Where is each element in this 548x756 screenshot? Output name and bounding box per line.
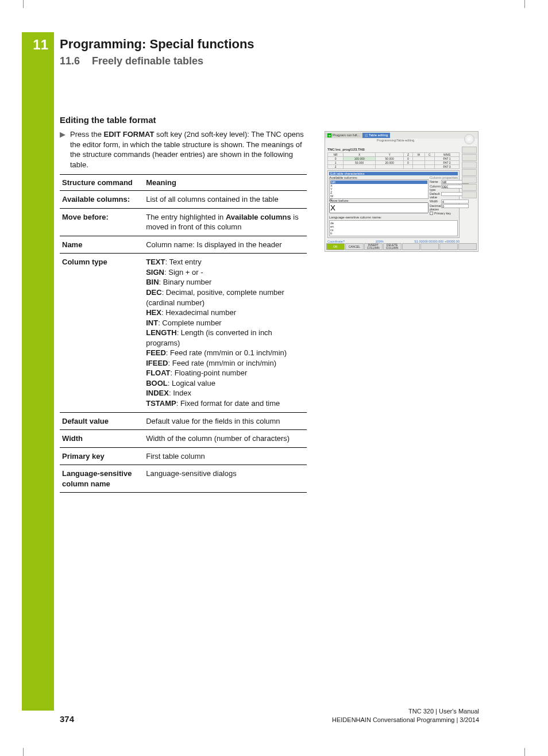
table-row: Language-sensitive column name Language-… [60,465,307,493]
sidebar-button[interactable] [462,191,477,198]
softkey-empty[interactable] [439,243,458,250]
table-icon: ☷ [365,133,368,137]
chapter-title: Programming: Special functions [60,37,496,52]
sidebar-button[interactable] [462,147,477,153]
mode-tab-program-run[interactable]: ➔ Program run full... [325,133,362,138]
lang-name-label: Language-sensitive column name: [329,216,458,219]
tnc-logo-icon [464,134,474,144]
arrow-icon: ▶ [60,129,65,170]
softkey-empty[interactable] [402,243,420,250]
softkey-delete-column[interactable]: DELETE COLUMN [383,243,402,250]
edit-form: Edit table characteristics Available col… [327,170,460,238]
table-row: Primary key First table column [60,447,307,465]
mode-tab-table-editing[interactable]: ☷ Table editing [362,133,391,138]
table-row: Default value Default value for the fiel… [60,412,307,430]
softkey-ok[interactable]: OK [326,243,345,250]
softkey-row: OK CANCEL INSERT COLUMN DELETE COLUMN [326,243,477,250]
softkey-empty[interactable] [420,243,439,250]
column-type-list: TEXT: Text entry SIGN: Sign + or - BIN: … [144,254,307,412]
right-sidebar [462,147,477,240]
breadcrumb: Programming\Table editing [377,139,414,142]
th-structure-command: Structure command [60,175,144,191]
softkey-insert-column[interactable]: INSERT COLUMN [364,243,383,250]
data-table[interactable]: NRXYZWCWMS 0100.00050.0000PAT 1 150.0002… [327,152,460,169]
move-before-input[interactable] [329,202,429,213]
th-meaning: Meaning [144,175,307,191]
arrow-right-icon: ➔ [327,133,331,137]
sidebar-button[interactable] [462,169,477,176]
section-title: Freely definable tables [92,55,203,67]
table-row: Width Width of the column (number of cha… [60,430,307,448]
bullet-text: Press the EDIT FORMAT soft key (2nd soft… [70,129,307,170]
sidebar-button[interactable] [462,154,477,161]
chapter-side-tab: 11 [22,32,54,711]
embedded-screenshot: ➔ Program run full... ☷ Table editing Pr… [325,131,478,252]
subheading: Editing the table format [60,115,307,125]
structure-table: Structure command Meaning Available colu… [60,174,307,493]
chapter-number: 11 [22,37,54,53]
table-row: Move before: The entry highlighted in Av… [60,208,307,236]
checkbox-icon[interactable] [430,212,433,215]
section-heading: 11.6 Freely definable tables [60,55,496,67]
sidebar-button[interactable] [462,184,477,191]
table-row: Available columns: List of all columns c… [60,191,307,209]
softkey-empty[interactable] [458,243,477,250]
sidebar-button[interactable] [462,176,477,183]
footer-text: TNC 320 | User's Manual HEIDENHAIN Conve… [332,707,479,724]
section-number: 11.6 [60,55,80,67]
form-title: Edit table characteristics [329,172,458,175]
table-row: Name Column name: Is displayed in the he… [60,236,307,254]
file-path: TNC:\nc_prog\123.TAB [327,148,460,151]
page-number: 374 [60,714,74,724]
sidebar-button[interactable] [462,162,477,168]
language-listbox[interactable]: de en cs fr [329,220,458,236]
bullet-item: ▶ Press the EDIT FORMAT soft key (2nd so… [60,129,307,170]
table-row: Column type TEXT: Text entry SIGN: Sign … [60,254,307,412]
available-columns-list[interactable]: NR X Y Z W C [329,179,429,199]
softkey-cancel[interactable]: CANCEL [345,243,364,250]
